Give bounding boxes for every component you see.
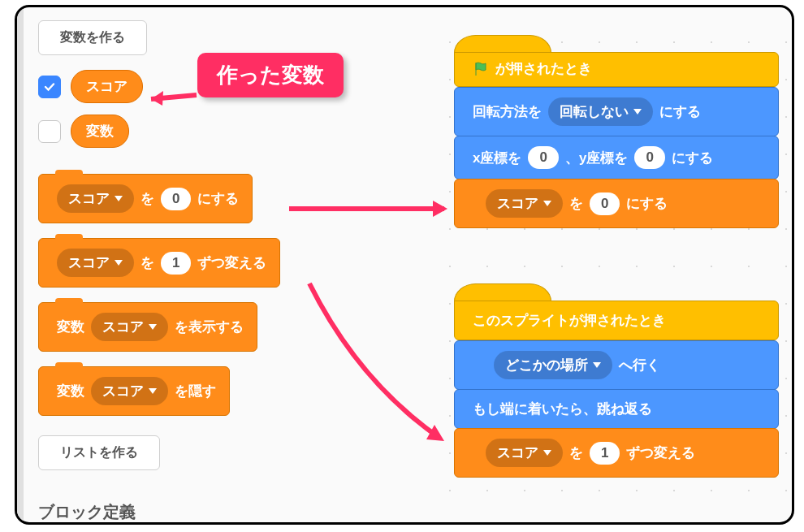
- dropdown-variable[interactable]: スコア: [91, 377, 168, 405]
- checkbox-score[interactable]: [38, 76, 61, 98]
- svg-marker-2: [426, 425, 444, 441]
- dropdown-variable[interactable]: スコア: [57, 184, 134, 213]
- number-input[interactable]: 0: [528, 146, 558, 169]
- chevron-down-icon: [149, 324, 157, 330]
- block-set-variable[interactable]: スコア を 0 にする: [454, 179, 779, 228]
- chevron-down-icon: [633, 109, 642, 115]
- block-set-rotation[interactable]: 回転方法を 回転しない にする: [454, 87, 779, 136]
- chevron-down-icon: [149, 388, 157, 394]
- svg-marker-1: [433, 201, 447, 217]
- chevron-down-icon: [115, 196, 123, 201]
- checkbox-var[interactable]: [38, 120, 61, 143]
- annotation-callout: 作った変数: [197, 53, 344, 97]
- green-flag-icon: [473, 61, 489, 77]
- editor-frame: 変数を作る スコア 変数 スコア を 0 にする スコア を 1 ずつ変える: [15, 5, 794, 525]
- dropdown-variable[interactable]: スコア: [91, 313, 168, 341]
- block-bounce-edge[interactable]: もし端に着いたら、跳ね返る: [454, 389, 779, 429]
- dropdown-rotation[interactable]: 回転しない: [548, 97, 653, 126]
- number-input[interactable]: 1: [161, 252, 191, 275]
- variable-row-var: 変数: [38, 115, 412, 148]
- check-icon: [43, 80, 56, 93]
- make-list-button[interactable]: リストを作る: [38, 435, 160, 470]
- dropdown-variable[interactable]: スコア: [57, 249, 134, 277]
- block-goto-random[interactable]: どこかの場所 へ行く: [454, 340, 779, 390]
- number-input[interactable]: 0: [634, 146, 664, 169]
- hat-block-sprite-clicked[interactable]: このスプライトが押されたとき: [454, 283, 779, 340]
- number-input[interactable]: 0: [590, 192, 620, 215]
- number-input[interactable]: 0: [161, 188, 191, 210]
- divider: [17, 7, 24, 522]
- script-stack-2[interactable]: このスプライトが押されたとき どこかの場所 へ行く もし端に着いたら、跳ね返る …: [454, 283, 779, 477]
- block-goto-xy[interactable]: x座標を 0 、y座標を 0 にする: [454, 136, 779, 179]
- chevron-down-icon: [593, 362, 601, 368]
- block-set-variable[interactable]: スコア を 0 にする: [38, 174, 253, 223]
- dropdown-variable[interactable]: スコア: [486, 439, 563, 467]
- chevron-down-icon: [115, 260, 123, 266]
- section-title-myblocks: ブロック定義: [38, 501, 136, 523]
- variable-pill-var[interactable]: 変数: [71, 115, 129, 148]
- dropdown-variable[interactable]: スコア: [486, 189, 563, 218]
- block-hide-variable[interactable]: 変数 スコア を隠す: [38, 366, 230, 416]
- number-input[interactable]: 1: [590, 442, 620, 465]
- script-stack-1[interactable]: が押されたとき 回転方法を 回転しない にする x座標を 0 、y座標を 0 に…: [454, 35, 779, 227]
- block-change-variable[interactable]: スコア を 1 ずつ変える: [38, 238, 280, 288]
- hat-block-flag[interactable]: が押されたとき: [454, 35, 779, 87]
- chevron-down-icon: [543, 450, 551, 456]
- block-show-variable[interactable]: 変数 スコア を表示する: [38, 302, 257, 352]
- variable-pill-score[interactable]: スコア: [71, 70, 143, 103]
- chevron-down-icon: [543, 201, 551, 206]
- block-change-variable[interactable]: スコア を 1 ずつ変える: [454, 428, 779, 478]
- dropdown-position[interactable]: どこかの場所: [494, 351, 612, 379]
- make-variable-button[interactable]: 変数を作る: [38, 20, 147, 55]
